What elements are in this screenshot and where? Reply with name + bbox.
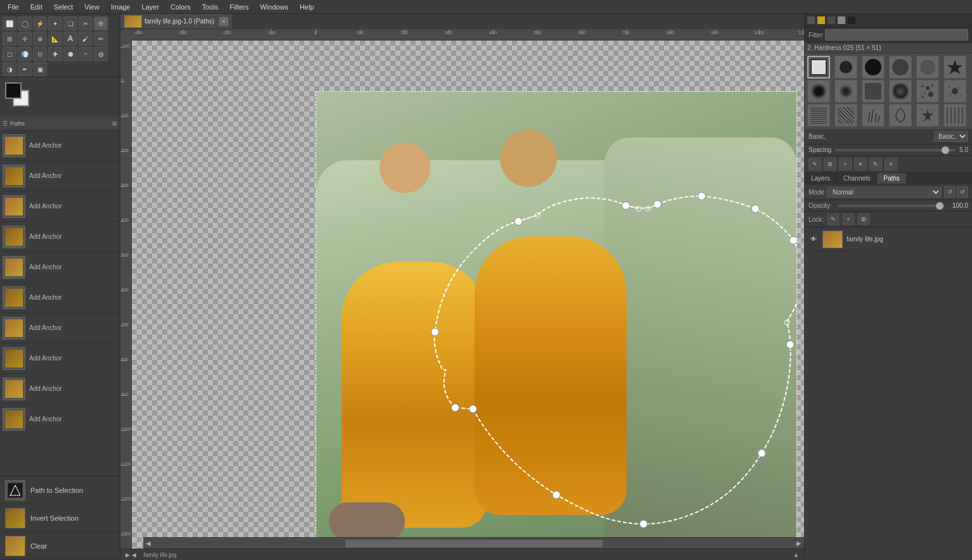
menu-help[interactable]: Help	[295, 2, 319, 12]
menu-file[interactable]: File	[3, 2, 24, 12]
brush-edit-button[interactable]: ✎	[809, 158, 821, 170]
path-item-1[interactable]: Add Anchor	[0, 130, 120, 161]
tool-ink[interactable]: ✒	[18, 62, 32, 76]
path-to-selection-button[interactable]: Path to Selection	[0, 476, 120, 504]
path-item-10[interactable]: Add Anchor	[0, 404, 120, 435]
tool-blur[interactable]: ◍	[94, 47, 108, 61]
menu-layer[interactable]: Layer	[137, 2, 165, 12]
brush-cell-7[interactable]	[807, 80, 830, 103]
opacity-thumb[interactable]	[936, 202, 943, 210]
tool-heal[interactable]: ✚	[48, 47, 62, 61]
menu-select[interactable]: Select	[49, 2, 79, 12]
brush-filter-input[interactable]	[825, 29, 968, 41]
tool-scissors[interactable]: ✂	[79, 16, 93, 30]
tool-rectangle-select[interactable]: ⬜	[3, 16, 16, 30]
tool-free-select[interactable]: ⚡	[33, 16, 47, 30]
path-item-8[interactable]: Add Anchor	[0, 343, 120, 374]
mode-dropdown[interactable]: Normal	[827, 187, 942, 198]
scroll-left-arrow[interactable]: ◀	[144, 540, 152, 547]
lock-position-button[interactable]: +	[843, 213, 854, 225]
brush-cell-16[interactable]	[889, 104, 912, 127]
scroll-right-arrow[interactable]: ▶	[795, 540, 803, 547]
tool-perspective[interactable]: ⬢	[63, 47, 77, 61]
path-item-4[interactable]: Add Anchor	[0, 222, 120, 252]
tool-airbrush[interactable]: 💨	[18, 47, 32, 61]
tool-zoom[interactable]: ⊕	[33, 32, 47, 46]
path-item-5[interactable]: Add Anchor	[0, 252, 120, 283]
menu-windows[interactable]: Windows	[255, 2, 293, 12]
color-swatch-wrap[interactable]	[5, 82, 32, 109]
brush-cell-11[interactable]	[916, 80, 939, 103]
path-item-3[interactable]: Add Anchor	[0, 191, 120, 222]
brush-cell-12[interactable]	[943, 80, 966, 103]
tool-transform[interactable]: ⊞	[3, 32, 16, 46]
swatch-gray[interactable]	[807, 16, 815, 25]
canvas-area[interactable]: -400-300-200-100010020030040050060070080…	[120, 29, 804, 560]
layer-row-1[interactable]: 👁 family life.jpg	[805, 227, 972, 251]
tool-fuzzy-select[interactable]: ✦	[48, 16, 62, 30]
tool-fill[interactable]: ▣	[33, 62, 47, 76]
menu-tools[interactable]: Tools	[197, 2, 224, 12]
brush-cell-14[interactable]	[835, 104, 857, 127]
scroll-thumb[interactable]	[345, 540, 603, 547]
lock-pixels-button[interactable]: ✎	[828, 213, 839, 225]
brush-duplicate-button[interactable]: ⊞	[824, 158, 836, 170]
mode-lock-button[interactable]: ↺	[957, 186, 968, 198]
menu-filters[interactable]: Filters	[225, 2, 254, 12]
brush-refresh-button[interactable]: ↻	[869, 158, 882, 170]
brush-menu-button[interactable]: ≡	[885, 158, 897, 170]
path-item-2[interactable]: Add Anchor	[0, 161, 120, 191]
menu-colors[interactable]: Colors	[165, 2, 196, 12]
brush-cell-9[interactable]	[862, 80, 885, 103]
tool-ellipse-select[interactable]: ◯	[18, 16, 32, 30]
document-close-button[interactable]: ✕	[219, 17, 228, 26]
brush-cell-10[interactable]	[889, 80, 912, 103]
menu-image[interactable]: Image	[106, 2, 136, 12]
tool-measure[interactable]: 📐	[48, 32, 62, 46]
brush-cell-3[interactable]	[862, 56, 885, 79]
tool-smudge[interactable]: ~	[79, 47, 93, 61]
tab-channels[interactable]: Channels	[837, 173, 877, 184]
brush-cell-17[interactable]	[916, 104, 939, 127]
scroll-track[interactable]	[152, 540, 795, 547]
spacing-thumb[interactable]	[942, 146, 949, 154]
swatch-black[interactable]	[847, 16, 856, 25]
canvas-viewport[interactable]: ◀ ▶	[132, 41, 804, 549]
brush-cell-2[interactable]	[835, 56, 857, 79]
path-item-7[interactable]: Add Anchor	[0, 313, 120, 343]
menu-edit[interactable]: Edit	[25, 2, 48, 12]
brush-cell-13[interactable]	[807, 104, 830, 127]
tool-select-by-color[interactable]: ❏	[63, 16, 77, 30]
tab-paths[interactable]: Paths	[877, 173, 907, 184]
mode-undo-button[interactable]: ↺	[944, 186, 956, 198]
menu-view[interactable]: View	[79, 2, 105, 12]
foreground-color-swatch[interactable]	[5, 82, 22, 99]
path-item-6[interactable]: Add Anchor	[0, 283, 120, 313]
tool-paintbrush[interactable]: 🖌	[79, 32, 93, 46]
opacity-slider[interactable]	[838, 205, 945, 207]
spacing-slider[interactable]	[835, 149, 956, 151]
brush-cell-8[interactable]	[835, 80, 857, 103]
brush-cell-1[interactable]	[807, 56, 830, 79]
tool-move[interactable]: ✛	[18, 32, 32, 46]
brush-cell-15[interactable]	[862, 104, 885, 127]
tool-clone[interactable]: ⊙	[33, 47, 47, 61]
invert-selection-button[interactable]: Invert Selection	[0, 504, 120, 532]
swatch-yellow[interactable]	[817, 16, 826, 25]
brush-cell-4[interactable]	[889, 56, 912, 79]
brush-cell-5[interactable]	[916, 56, 939, 79]
clear-button[interactable]: Clear	[0, 532, 120, 560]
brush-category-dropdown[interactable]: Basic,	[934, 131, 968, 142]
tab-layers[interactable]: Layers	[805, 173, 837, 184]
brush-add-button[interactable]: +	[839, 158, 852, 170]
swatch-mid[interactable]	[837, 16, 846, 25]
layer-visibility-toggle[interactable]: 👁	[809, 234, 819, 245]
path-item-9[interactable]: Add Anchor	[0, 374, 120, 404]
swatch-dark[interactable]	[827, 16, 836, 25]
brush-delete-button[interactable]: ✕	[854, 158, 867, 170]
tool-eraser[interactable]: ◻	[3, 47, 16, 61]
brush-cell-6[interactable]	[943, 56, 966, 79]
horizontal-scrollbar[interactable]: ◀ ▶	[143, 537, 804, 549]
lock-all-button[interactable]: ⊞	[858, 213, 869, 225]
tool-dodge[interactable]: ◑	[3, 62, 16, 76]
